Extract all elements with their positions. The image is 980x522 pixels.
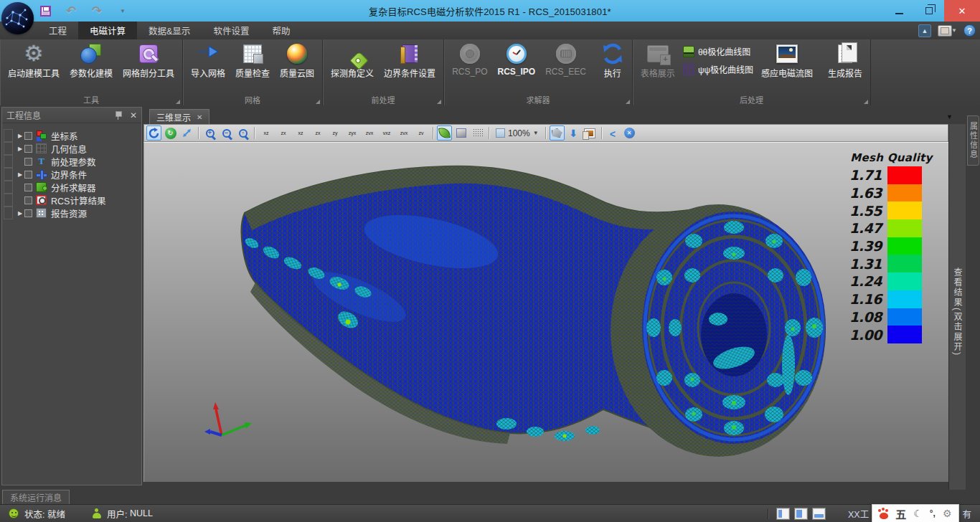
induced-current-map-button[interactable]: 感应电磁流图	[756, 41, 818, 80]
layout-split-button[interactable]	[795, 508, 807, 519]
orientation-button[interactable]	[550, 125, 565, 141]
flat-mode-button[interactable]	[453, 125, 468, 141]
menu-tab-engineering[interactable]: 工程	[37, 22, 78, 39]
menu-bar: 工程 电磁计算 数据&显示 软件设置 帮助 ▲ ▼ ?	[0, 22, 980, 39]
mesh-partition-tool-button[interactable]: 网格剖分工具	[118, 41, 179, 80]
solver-rcs-ipo-button[interactable]: RCS_IPO	[492, 41, 540, 78]
import-mesh-button[interactable]: 导入网格	[186, 41, 230, 80]
parametric-modeling-button[interactable]: 参数化建模	[65, 41, 118, 80]
pan-zoom-button[interactable]	[179, 125, 194, 141]
tree-item-rcs-results[interactable]: RCS计算结果	[4, 194, 141, 207]
minimize-button[interactable]	[884, 0, 914, 22]
view-axis-button-3[interactable]: zx	[310, 125, 326, 141]
diagonal-arrow-icon	[182, 128, 192, 138]
menu-tab-settings[interactable]: 软件设置	[202, 22, 260, 39]
psi-polarization-curve-button[interactable]: ψψ极化曲线图	[683, 63, 753, 75]
theta-polarization-curve-button[interactable]: θθ极化曲线图	[683, 45, 753, 57]
window-style-button[interactable]: ▼	[938, 25, 957, 37]
wireframe-mode-button[interactable]	[470, 125, 485, 141]
view-axis-button-4[interactable]: zy	[327, 125, 343, 141]
boundary-settings-button[interactable]: 边界条件设置	[379, 41, 440, 80]
quality-cloudmap-button[interactable]: 质量云图	[275, 41, 319, 80]
restore-button[interactable]	[914, 0, 944, 22]
layout-left-panel-button[interactable]	[777, 508, 789, 519]
tree-item-analysis-solver[interactable]: 分析求解器	[4, 181, 141, 194]
close-view-button[interactable]: ✕	[622, 125, 637, 141]
chevron-down-icon: ▼	[951, 27, 957, 34]
view-axis-button-2[interactable]: xz	[293, 125, 308, 141]
rotate-view-button[interactable]	[146, 125, 161, 141]
ime-settings-icon[interactable]: ⚙	[943, 508, 952, 519]
probe-angle-button[interactable]: 探测角定义	[326, 41, 379, 80]
execute-button[interactable]: 执行	[596, 41, 629, 80]
table-display-button[interactable]: 表格展示	[636, 41, 680, 80]
checkbox[interactable]	[24, 132, 32, 140]
shaded-mode-button[interactable]	[437, 125, 452, 141]
view-axis-button-1[interactable]: zx	[275, 125, 291, 141]
view-axis-button-5[interactable]: zyx	[344, 125, 360, 141]
pin-icon[interactable]	[115, 110, 121, 120]
checkbox[interactable]	[24, 196, 32, 204]
expand-arrow-icon[interactable]: ▶	[16, 210, 24, 217]
help-button[interactable]: ?	[963, 24, 976, 37]
menu-tab-data-display[interactable]: 数据&显示	[137, 22, 202, 39]
solver-rcs-eec-button[interactable]: RCS_EEC	[540, 41, 591, 78]
ime-fullhalf-icon[interactable]: ☾	[913, 508, 923, 519]
ime-toolbar[interactable]: 五 ☾ °, ⚙	[872, 504, 959, 522]
solver-rcs-po-button[interactable]: RCS_PO	[447, 41, 492, 78]
separator	[545, 127, 546, 139]
capture-image-button[interactable]	[583, 125, 598, 141]
results-collapsed-tab[interactable]: 查看结果(双击展开)	[948, 124, 966, 490]
close-button[interactable]: ✕	[944, 0, 980, 22]
expand-arrow-icon[interactable]: ▶	[16, 133, 24, 139]
zoom-fit-button[interactable]: ▫	[235, 125, 250, 141]
checkbox[interactable]	[24, 171, 32, 179]
checkbox[interactable]	[24, 145, 32, 153]
view-axis-button-8[interactable]: zvx	[396, 125, 412, 141]
view-axis-button-9[interactable]: zv	[413, 125, 429, 141]
zoom-in-button[interactable]: +	[202, 125, 217, 141]
panel-close-icon[interactable]: ✕	[130, 110, 137, 120]
tree-item-preprocess-params[interactable]: T 前处理参数	[4, 155, 141, 168]
drop-view-button[interactable]: ⬇	[566, 125, 581, 141]
checkbox[interactable]	[24, 184, 32, 191]
properties-collapsed-tab[interactable]: 属性信息	[967, 115, 979, 166]
solver-puzzle-icon	[36, 182, 47, 192]
tree-item-geometry-info[interactable]: ▶ 几何信息	[4, 142, 141, 155]
expand-arrow-icon[interactable]: ▶	[16, 171, 24, 178]
system-messages-tab[interactable]: 系统运行消息	[2, 490, 70, 504]
viewport-canvas[interactable]: Mesh Quality 1.711.63 1.551.47 1.391.31 …	[143, 142, 948, 482]
menu-tab-em-compute[interactable]: 电磁计算	[78, 22, 137, 39]
checkbox[interactable]	[24, 209, 32, 217]
ime-input-mode[interactable]: 五	[895, 506, 906, 521]
tab-list-dropdown-icon[interactable]: ▼	[946, 113, 953, 120]
generate-report-button[interactable]: 生成报告	[823, 41, 867, 80]
app-logo[interactable]	[1, 2, 34, 34]
view-axis-button-6[interactable]: zvx	[362, 125, 377, 141]
layout-bottom-panel-button[interactable]	[813, 508, 825, 519]
share-view-button[interactable]: <	[606, 125, 621, 141]
tree-item-boundary-conditions[interactable]: ▶ 边界条件	[4, 168, 141, 181]
table-icon	[647, 45, 669, 62]
application-window: ↶ ↷ ▼ 复杂目标RCS电磁分析软件2015 R1 - RCS_2015031…	[0, 0, 980, 522]
menu-tab-help[interactable]: 帮助	[260, 22, 301, 39]
tab-3d-display[interactable]: 三维显示 ✕	[149, 109, 209, 124]
properties-tab-label: 属性信息	[968, 122, 979, 159]
zoom-out-button[interactable]: −	[219, 125, 234, 141]
purple-book-icon	[402, 44, 418, 63]
ime-punctuation-toggle[interactable]: °,	[930, 508, 936, 518]
expand-arrow-icon[interactable]: ▶	[16, 146, 24, 152]
view-axis-button-0[interactable]: xz	[258, 125, 274, 141]
tree-item-report-resources[interactable]: ▶ 报告资源	[4, 207, 141, 219]
parameter-T-icon: T	[36, 156, 47, 166]
checkbox[interactable]	[24, 158, 32, 166]
tab-close-icon[interactable]: ✕	[197, 113, 202, 121]
ime-logo-icon[interactable]	[880, 513, 888, 519]
tree-item-coordinate-system[interactable]: ▶ 坐标系	[4, 129, 141, 142]
view-axis-button-7[interactable]: vxz	[379, 125, 395, 141]
collapse-ribbon-button[interactable]: ▲	[918, 24, 931, 37]
orbit-view-button[interactable]: ↻	[163, 125, 178, 141]
zoom-level-control[interactable]: 100% ▼	[493, 128, 542, 138]
launch-modeling-tool-button[interactable]: ⚙ 启动建模工具	[3, 41, 65, 80]
quality-check-button[interactable]: 质量检查	[230, 41, 275, 80]
